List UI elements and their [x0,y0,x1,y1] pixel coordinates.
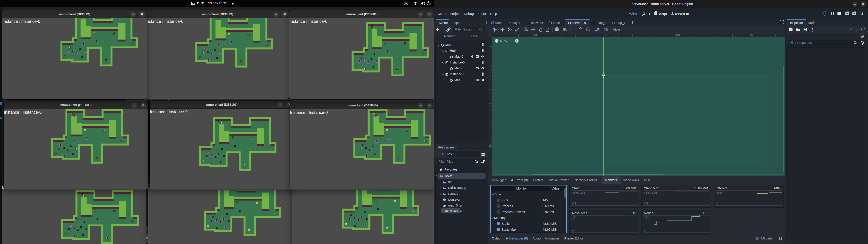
svg-text:500: 500 [489,144,491,148]
svg-text:AssetLib: AssetLib [675,12,689,16]
svg-text:3D: 3D [646,12,650,16]
svg-text:1000: 1000 [747,34,753,36]
svg-text:0: 0 [604,34,606,36]
svg-text:Script: Script [657,12,667,16]
svg-text:63 %: 63 % [500,39,507,43]
svg-text:500: 500 [676,34,680,36]
svg-text:View: View [613,28,620,31]
svg-text:-500: -500 [533,34,538,36]
svg-text:DOC: DOC [861,37,864,38]
svg-text:2D: 2D [633,12,637,16]
svg-text:0: 0 [489,75,491,76]
